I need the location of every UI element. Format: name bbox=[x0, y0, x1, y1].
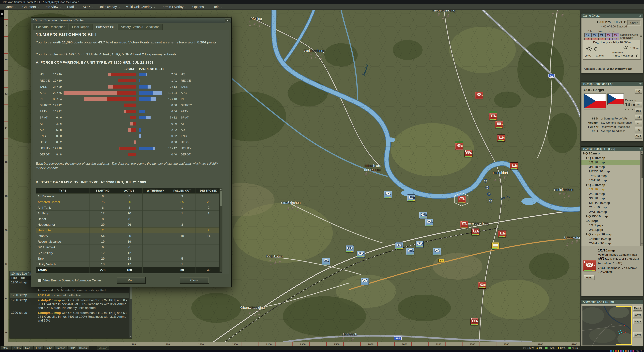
spotlight-item-1-1-10-msp[interactable]: 1/1/10.msp bbox=[582, 160, 643, 165]
game-over-titlebar[interactable]: Game Over... bbox=[582, 14, 643, 18]
spotlight-item-2-tpr-10-msp[interactable]: 2/tpr/10.msp bbox=[582, 205, 643, 210]
hq-button-oma[interactable]: OMA bbox=[635, 134, 642, 138]
toolbar-los-button[interactable]: LOS bbox=[34, 346, 43, 350]
spotlight-item-1-1-2-pzpr[interactable]: 1/1/2.pzpr bbox=[582, 223, 643, 227]
unit-counter-nato[interactable]: S bbox=[406, 248, 414, 255]
os-taskbar[interactable]: 4:11 PM bbox=[0, 350, 644, 352]
unit-counter-nato[interactable]: S bbox=[425, 219, 433, 226]
log-entry[interactable]: 1200sitrep1/1/11 AH is combat ineffectiv… bbox=[10, 293, 132, 298]
scroll-thumb[interactable] bbox=[220, 191, 222, 206]
spotlight-item-3-2-10-msp[interactable]: 3/2/10.msp bbox=[582, 196, 643, 201]
taskbar-app-icon[interactable] bbox=[632, 350, 634, 352]
spotlight-item-1-2-10-msp[interactable]: 1/2/10.msp bbox=[582, 187, 643, 192]
spotlight-item-mtr-2-10-msp[interactable]: MTR/2/10.msp bbox=[582, 201, 643, 205]
popout-icon[interactable] bbox=[639, 15, 642, 17]
toolbar-map-button[interactable]: Map - bbox=[23, 346, 33, 350]
table-scrollbar[interactable] bbox=[220, 188, 222, 272]
table-row[interactable]: Artillery121011 bbox=[36, 211, 222, 216]
unit-counter-nato[interactable]: A bbox=[346, 245, 354, 252]
taskbar-app-icon[interactable] bbox=[615, 350, 616, 352]
table-row[interactable]: Utility Vehicle18171 bbox=[36, 261, 222, 267]
log-entry[interactable]: 1200sitrep1/shdpr/10.msp with On Call or… bbox=[10, 310, 132, 323]
taskbar-app-icon[interactable] bbox=[622, 350, 624, 352]
scroll-thumb[interactable] bbox=[641, 154, 643, 178]
close-button[interactable]: Close bbox=[180, 277, 209, 284]
menu-options[interactable]: Options bbox=[190, 4, 210, 10]
minimap-titlebar[interactable]: Alterhofen (20 x 15 km) bbox=[582, 300, 643, 304]
toolbar-map-button[interactable]: Map + bbox=[1, 346, 12, 350]
unit-counter-nato[interactable]: S bbox=[433, 248, 441, 255]
table-row[interactable]: Depot88 bbox=[36, 216, 222, 222]
unit-counter-nato[interactable]: A bbox=[416, 241, 424, 248]
log-entry[interactable]: 1200sitrep2/shdpr/10.msp with On Call or… bbox=[10, 298, 132, 310]
toolbar-ranges-button[interactable]: Ranges bbox=[54, 346, 67, 350]
toolbar-sop-button[interactable]: SOP bbox=[68, 346, 77, 350]
menu-staff[interactable]: Staff bbox=[64, 4, 80, 10]
collapse-tab[interactable] bbox=[0, 10, 4, 17]
unit-counter-nato[interactable]: S bbox=[384, 191, 392, 198]
spotlight-item-mtr-1-10-msp[interactable]: MTR/1/10.msp bbox=[582, 169, 643, 174]
dialog-close-button[interactable] bbox=[225, 19, 230, 23]
minimap-map-button[interactable]: Map - bbox=[633, 319, 642, 324]
tab-victory-status-conditions[interactable]: Victory Status & Conditions bbox=[118, 24, 162, 30]
spotlight-scrollbar[interactable] bbox=[640, 151, 643, 246]
menu-counters[interactable]: Counters bbox=[20, 4, 42, 10]
taskbar-app-icon[interactable] bbox=[618, 350, 619, 352]
taskbar-app-icon[interactable] bbox=[612, 350, 614, 352]
minimap-100-button[interactable]: 100% bbox=[633, 332, 642, 337]
unit-counter-wp[interactable]: 8A bbox=[460, 221, 468, 228]
spotlight-item-3-1-10-msp[interactable]: 3/1/10.msp bbox=[582, 165, 643, 169]
unit-counter-wp[interactable]: 1S bbox=[475, 92, 483, 99]
spotlight-item-1-shdpr-10-msp[interactable]: 1/shdpr/10.msp bbox=[582, 236, 643, 241]
table-row[interactable]: Armored Carrier75203520 bbox=[36, 199, 222, 205]
spotlight-item-2-at-10-msp[interactable]: 2/AT/10.msp bbox=[582, 210, 643, 214]
unit-counter-nato[interactable]: S bbox=[395, 242, 403, 249]
minimap-130-button[interactable]: 130% bbox=[633, 312, 642, 317]
table-row[interactable]: Air Defence853 bbox=[36, 194, 222, 199]
spotlight-item-1-at-10-msp[interactable]: 1/AT/10.msp bbox=[582, 178, 643, 183]
command-hq-titlebar[interactable]: 10.msp Command HQ bbox=[582, 82, 643, 86]
toolbar-130-button[interactable]: 130% bbox=[12, 346, 22, 350]
table-row[interactable]: SP Anti-Tank66 bbox=[36, 244, 222, 250]
spotlight-titlebar[interactable]: 10.msp Spotlight [F10] bbox=[582, 147, 643, 151]
unit-counter-wp[interactable]: 20H bbox=[472, 228, 480, 235]
hq-button-ops[interactable]: Ops bbox=[635, 109, 642, 113]
menu-game[interactable]: Game bbox=[2, 4, 20, 10]
taskbar-app-icon[interactable] bbox=[620, 350, 622, 352]
table-row[interactable]: SP Artillery1212 bbox=[36, 250, 222, 256]
spotlight-item-1-tpr-10-msp[interactable]: 1/tpr/10.msp bbox=[582, 174, 643, 178]
taskbar-app-icon[interactable] bbox=[628, 350, 629, 352]
spotlight-item-hq-2-10-msp[interactable]: HQ 2/10.msp bbox=[582, 183, 643, 187]
spotlight-item-2-2-10-msp[interactable]: 2/2/10.msp bbox=[582, 192, 643, 196]
tab-butcher-s-bill[interactable]: Butcher's Bill bbox=[93, 24, 118, 30]
unit-counter-neutral[interactable] bbox=[492, 242, 500, 249]
hq-button-si[interactable]: SI bbox=[635, 102, 642, 107]
menu-help[interactable]: Help bbox=[210, 4, 226, 10]
menu-terrain-overlay[interactable]: Terrain Overlay bbox=[158, 4, 190, 10]
print-button[interactable]: Print bbox=[116, 277, 146, 284]
unit-counter-wp[interactable]: 1H bbox=[510, 162, 518, 169]
spotlight-item-hq-rc-10-msp[interactable]: HQ RC/10.msp bbox=[582, 214, 643, 218]
unit-menu-button[interactable]: Menu bbox=[584, 275, 594, 280]
unit-counter-nato[interactable]: S bbox=[361, 278, 369, 285]
menu-unit-overlay[interactable]: Unit Overlay bbox=[96, 4, 123, 10]
unit-counter-wp[interactable]: 1S bbox=[464, 150, 472, 157]
spotlight-item-2-shdpr-10-msp[interactable]: 2/shdpr/10.msp bbox=[582, 241, 643, 245]
unit-icon[interactable]: 1 S bbox=[583, 260, 596, 271]
tab-final-report[interactable]: Final Report bbox=[69, 24, 92, 30]
view-enemy-checkbox[interactable] bbox=[38, 279, 42, 282]
unit-counter-nato[interactable]: A bbox=[322, 258, 330, 265]
unit-counter-wp[interactable]: 4A bbox=[458, 196, 466, 203]
dialog-titlebar[interactable]: 10.msp Scenario Information Center bbox=[31, 18, 231, 23]
toolbar-special-button[interactable]: Special bbox=[78, 346, 89, 350]
minimap-map-button[interactable]: Map + bbox=[633, 305, 642, 310]
unit-counter-wp[interactable]: 7O bbox=[495, 121, 503, 128]
unit-counter-nato[interactable]: A bbox=[357, 251, 365, 258]
tab-scenario-description[interactable]: Scenario Description bbox=[33, 24, 68, 30]
table-row[interactable]: Tank29245 bbox=[36, 256, 222, 261]
table-row[interactable]: Helicopter22 bbox=[36, 227, 222, 233]
window-titlebar[interactable]: Cold War: Southern Storm [2.1.4.8795] "Q… bbox=[0, 0, 644, 4]
spotlight-item-2-1-2-pzpr[interactable]: 2/1/2.pzpr bbox=[582, 227, 643, 232]
unit-counter-wp[interactable]: 10M bbox=[497, 135, 505, 141]
popout-icon[interactable] bbox=[639, 148, 642, 150]
